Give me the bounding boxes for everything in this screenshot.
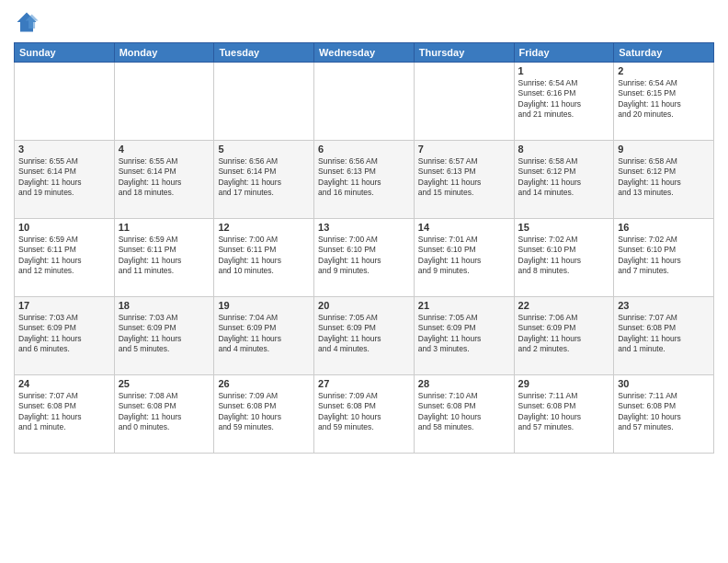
day-info: Sunrise: 7:02 AM Sunset: 6:10 PM Dayligh… <box>518 235 610 277</box>
day-number: 9 <box>618 144 710 155</box>
day-cell: 12Sunrise: 7:00 AM Sunset: 6:11 PM Dayli… <box>214 219 314 297</box>
day-info: Sunrise: 7:09 AM Sunset: 6:08 PM Dayligh… <box>218 391 310 433</box>
day-number: 24 <box>18 378 110 389</box>
day-cell: 21Sunrise: 7:05 AM Sunset: 6:09 PM Dayli… <box>414 297 514 375</box>
day-cell: 19Sunrise: 7:04 AM Sunset: 6:09 PM Dayli… <box>214 297 314 375</box>
weekday-header-row: SundayMondayTuesdayWednesdayThursdayFrid… <box>15 43 714 63</box>
week-row-2: 3Sunrise: 6:55 AM Sunset: 6:14 PM Daylig… <box>15 141 714 219</box>
day-cell: 30Sunrise: 7:11 AM Sunset: 6:08 PM Dayli… <box>614 375 714 454</box>
day-number: 1 <box>518 65 610 76</box>
day-cell: 25Sunrise: 7:08 AM Sunset: 6:08 PM Dayli… <box>114 375 214 454</box>
day-number: 23 <box>618 300 710 311</box>
day-cell: 28Sunrise: 7:10 AM Sunset: 6:08 PM Dayli… <box>414 375 514 454</box>
day-number: 27 <box>318 378 410 389</box>
day-info: Sunrise: 6:55 AM Sunset: 6:14 PM Dayligh… <box>119 156 210 199</box>
day-number: 13 <box>318 222 410 233</box>
day-cell: 7Sunrise: 6:57 AM Sunset: 6:13 PM Daylig… <box>414 141 514 219</box>
day-info: Sunrise: 7:05 AM Sunset: 6:09 PM Dayligh… <box>318 313 410 355</box>
calendar: SundayMondayTuesdayWednesdayThursdayFrid… <box>14 42 714 454</box>
day-cell: 9Sunrise: 6:58 AM Sunset: 6:12 PM Daylig… <box>614 141 714 219</box>
page: SundayMondayTuesdayWednesdayThursdayFrid… <box>0 0 728 563</box>
day-cell <box>214 63 314 141</box>
day-number: 2 <box>618 65 710 76</box>
day-cell: 4Sunrise: 6:55 AM Sunset: 6:14 PM Daylig… <box>114 141 214 219</box>
day-info: Sunrise: 7:10 AM Sunset: 6:08 PM Dayligh… <box>418 391 510 433</box>
weekday-saturday: Saturday <box>614 43 714 63</box>
weekday-sunday: Sunday <box>15 43 115 63</box>
weekday-wednesday: Wednesday <box>314 43 415 63</box>
day-cell: 13Sunrise: 7:00 AM Sunset: 6:10 PM Dayli… <box>314 219 415 297</box>
day-cell: 8Sunrise: 6:58 AM Sunset: 6:12 PM Daylig… <box>514 141 614 219</box>
weekday-thursday: Thursday <box>414 43 514 63</box>
day-info: Sunrise: 7:05 AM Sunset: 6:09 PM Dayligh… <box>418 313 510 355</box>
day-number: 25 <box>119 378 210 389</box>
day-cell: 6Sunrise: 6:56 AM Sunset: 6:13 PM Daylig… <box>314 141 415 219</box>
day-cell: 10Sunrise: 6:59 AM Sunset: 6:11 PM Dayli… <box>15 219 115 297</box>
day-cell <box>414 63 514 141</box>
weekday-monday: Monday <box>114 43 214 63</box>
day-cell: 24Sunrise: 7:07 AM Sunset: 6:08 PM Dayli… <box>15 375 115 454</box>
day-cell: 2Sunrise: 6:54 AM Sunset: 6:15 PM Daylig… <box>614 63 714 141</box>
week-row-1: 1Sunrise: 6:54 AM Sunset: 6:16 PM Daylig… <box>15 63 714 141</box>
day-info: Sunrise: 6:56 AM Sunset: 6:13 PM Dayligh… <box>318 156 410 199</box>
day-number: 12 <box>218 222 310 233</box>
day-number: 18 <box>119 300 210 311</box>
day-cell <box>114 63 214 141</box>
day-cell: 11Sunrise: 6:59 AM Sunset: 6:11 PM Dayli… <box>114 219 214 297</box>
day-cell <box>15 63 115 141</box>
day-cell: 14Sunrise: 7:01 AM Sunset: 6:10 PM Dayli… <box>414 219 514 297</box>
logo <box>14 9 43 35</box>
day-info: Sunrise: 6:54 AM Sunset: 6:15 PM Dayligh… <box>618 78 710 121</box>
day-cell: 16Sunrise: 7:02 AM Sunset: 6:10 PM Dayli… <box>614 219 714 297</box>
day-number: 29 <box>518 378 610 389</box>
day-info: Sunrise: 7:06 AM Sunset: 6:09 PM Dayligh… <box>518 313 610 355</box>
day-info: Sunrise: 7:11 AM Sunset: 6:08 PM Dayligh… <box>618 391 710 433</box>
day-cell: 3Sunrise: 6:55 AM Sunset: 6:14 PM Daylig… <box>15 141 115 219</box>
day-number: 14 <box>418 222 510 233</box>
weekday-tuesday: Tuesday <box>214 43 314 63</box>
day-info: Sunrise: 7:07 AM Sunset: 6:08 PM Dayligh… <box>618 313 710 355</box>
day-cell: 23Sunrise: 7:07 AM Sunset: 6:08 PM Dayli… <box>614 297 714 375</box>
day-info: Sunrise: 7:09 AM Sunset: 6:08 PM Dayligh… <box>318 391 410 433</box>
day-cell <box>314 63 415 141</box>
day-cell: 29Sunrise: 7:11 AM Sunset: 6:08 PM Dayli… <box>514 375 614 454</box>
week-row-4: 17Sunrise: 7:03 AM Sunset: 6:09 PM Dayli… <box>15 297 714 375</box>
day-number: 3 <box>18 144 110 155</box>
day-number: 21 <box>418 300 510 311</box>
day-number: 22 <box>518 300 610 311</box>
day-number: 15 <box>518 222 610 233</box>
day-info: Sunrise: 7:04 AM Sunset: 6:09 PM Dayligh… <box>218 313 310 355</box>
day-number: 19 <box>218 300 310 311</box>
day-info: Sunrise: 7:01 AM Sunset: 6:10 PM Dayligh… <box>418 235 510 277</box>
day-number: 6 <box>318 144 410 155</box>
day-info: Sunrise: 7:03 AM Sunset: 6:09 PM Dayligh… <box>18 313 110 355</box>
day-number: 26 <box>218 378 310 389</box>
day-cell: 1Sunrise: 6:54 AM Sunset: 6:16 PM Daylig… <box>514 63 614 141</box>
day-info: Sunrise: 6:58 AM Sunset: 6:12 PM Dayligh… <box>518 156 610 199</box>
day-number: 16 <box>618 222 710 233</box>
day-info: Sunrise: 7:08 AM Sunset: 6:08 PM Dayligh… <box>119 391 210 433</box>
day-info: Sunrise: 7:00 AM Sunset: 6:10 PM Dayligh… <box>318 235 410 277</box>
day-number: 20 <box>318 300 410 311</box>
day-number: 4 <box>119 144 210 155</box>
day-number: 28 <box>418 378 510 389</box>
logo-icon <box>14 9 40 35</box>
week-row-5: 24Sunrise: 7:07 AM Sunset: 6:08 PM Dayli… <box>15 375 714 454</box>
day-info: Sunrise: 7:07 AM Sunset: 6:08 PM Dayligh… <box>18 391 110 433</box>
day-info: Sunrise: 7:00 AM Sunset: 6:11 PM Dayligh… <box>218 235 310 277</box>
day-info: Sunrise: 6:59 AM Sunset: 6:11 PM Dayligh… <box>18 235 110 277</box>
day-number: 7 <box>418 144 510 155</box>
day-cell: 27Sunrise: 7:09 AM Sunset: 6:08 PM Dayli… <box>314 375 415 454</box>
day-cell: 20Sunrise: 7:05 AM Sunset: 6:09 PM Dayli… <box>314 297 415 375</box>
day-cell: 5Sunrise: 6:56 AM Sunset: 6:14 PM Daylig… <box>214 141 314 219</box>
day-info: Sunrise: 6:56 AM Sunset: 6:14 PM Dayligh… <box>218 156 310 199</box>
day-number: 11 <box>119 222 210 233</box>
day-number: 8 <box>518 144 610 155</box>
day-info: Sunrise: 7:03 AM Sunset: 6:09 PM Dayligh… <box>119 313 210 355</box>
day-number: 17 <box>18 300 110 311</box>
day-info: Sunrise: 6:58 AM Sunset: 6:12 PM Dayligh… <box>618 156 710 199</box>
day-number: 10 <box>18 222 110 233</box>
week-row-3: 10Sunrise: 6:59 AM Sunset: 6:11 PM Dayli… <box>15 219 714 297</box>
weekday-friday: Friday <box>514 43 614 63</box>
day-info: Sunrise: 7:02 AM Sunset: 6:10 PM Dayligh… <box>618 235 710 277</box>
